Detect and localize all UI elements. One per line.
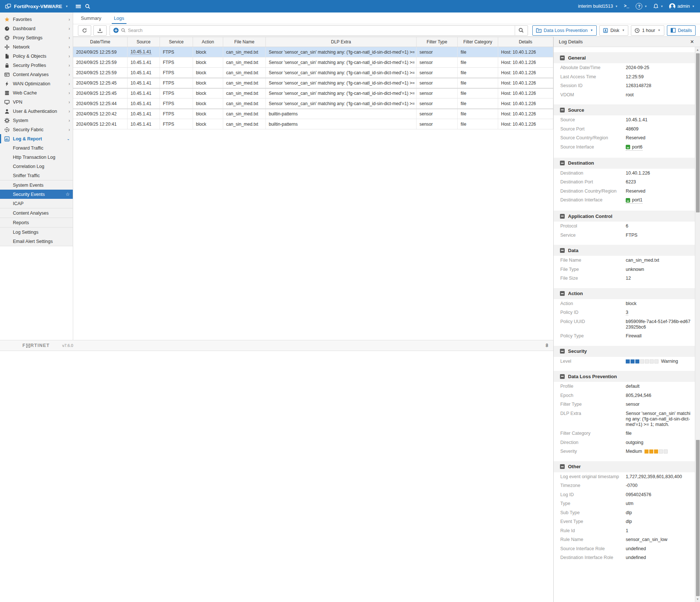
column-header-src[interactable]: Source	[128, 37, 160, 47]
search-input[interactable]: Search	[110, 28, 515, 33]
interface-link[interactable]: port1	[626, 197, 643, 204]
sidebar-item-user-authentication[interactable]: User & Authentication›	[0, 107, 73, 116]
help-menu[interactable]: ? ▾	[636, 3, 647, 10]
section-header-general[interactable]: General	[554, 52, 695, 63]
sidebar-item-security-events[interactable]: Security Events☆	[0, 190, 73, 199]
column-header-fc[interactable]: Filter Category	[458, 37, 498, 47]
section-header-destination[interactable]: Destination	[554, 158, 695, 169]
cell-ft: sensor	[417, 109, 458, 119]
sidebar-item-system-events[interactable]: System Events	[0, 180, 73, 190]
table-row[interactable]: 2024/09/25 12:25:4410.45.1.41FTPSblockca…	[73, 98, 553, 109]
table-row[interactable]: 2024/09/25 12:25:5910.45.1.41FTPSblockca…	[73, 68, 553, 78]
sidebar-item-proxy-settings[interactable]: Proxy Settings›	[0, 33, 73, 42]
sidebar-item-sniffer-traffic[interactable]: Sniffer Traffic	[0, 171, 73, 180]
sidebar-item-content-analyses[interactable]: Content Analyses›	[0, 70, 73, 79]
section-header-data-loss-prevention[interactable]: Data Loss Prevention	[554, 371, 695, 382]
sidebar-item-reports[interactable]: Reports	[0, 218, 73, 227]
log-type-dropdown[interactable]: Data Loss Prevention ▼	[532, 25, 597, 36]
detail-label: Protocol	[560, 223, 626, 229]
section-header-security[interactable]: Security	[554, 346, 695, 357]
detail-row: Filter Categoryfile	[554, 429, 695, 438]
table-row[interactable]: 2024/09/25 12:20:4210.45.1.41FTPSblockca…	[73, 109, 553, 119]
section-header-action[interactable]: Action	[554, 288, 695, 299]
scrollbar-thumb[interactable]	[696, 440, 700, 596]
global-search-icon[interactable]	[83, 1, 93, 11]
scroll-down-icon[interactable]: ▼	[695, 598, 700, 601]
sidebar-item-security-fabric[interactable]: Security Fabric›	[0, 125, 73, 134]
refresh-button[interactable]	[78, 25, 91, 36]
column-header-act[interactable]: Action	[193, 37, 223, 47]
detail-row: Epoch805,294,546	[554, 391, 695, 400]
sidebar-item-security-profiles[interactable]: Security Profiles›	[0, 61, 73, 70]
log-details-header: Log Details ✕	[553, 37, 700, 47]
detail-value: can_sin_med.txt	[626, 258, 690, 263]
detail-value: Reserved	[626, 135, 690, 141]
column-header-ft[interactable]: Filter Type	[417, 37, 458, 47]
search-submit-button[interactable]	[515, 26, 528, 35]
sidebar-item-forward-traffic[interactable]: Forward Traffic	[0, 143, 73, 153]
detail-label: Sub Type	[560, 510, 626, 516]
table-row[interactable]: 2024/09/25 12:25:4510.45.1.41FTPSblockca…	[73, 78, 553, 88]
sidebar-item-correlation-log[interactable]: Correlation Log	[0, 162, 73, 171]
sidebar-item-http-transaction-log[interactable]: Http Transaction Log	[0, 153, 73, 162]
close-icon[interactable]: ✕	[690, 39, 694, 44]
user-menu[interactable]: admin ▾	[669, 3, 694, 10]
detail-label: Source Port	[560, 126, 626, 132]
section-header-data[interactable]: Data	[554, 245, 695, 256]
table-row[interactable]: 2024/09/25 12:20:4110.45.1.41FTPSblockca…	[73, 119, 553, 129]
scroll-up-icon[interactable]: ▲	[695, 48, 700, 51]
detail-row: Source10.45.1.41	[554, 115, 695, 125]
sidebar-item-system[interactable]: System›	[0, 116, 73, 125]
tab-summary[interactable]: Summary	[81, 15, 101, 24]
section-header-application-control[interactable]: Application Control	[554, 211, 695, 222]
cell-fc: file	[458, 89, 498, 98]
sidebar-item-label: VPN	[13, 100, 69, 105]
app-title-group[interactable]: FortiProxy-VMWARE ▾	[0, 4, 68, 9]
chevron-right-icon: ›	[69, 81, 70, 86]
cell-dt: 2024/09/25 12:25:59	[73, 68, 128, 78]
sidebar-item-network[interactable]: Network›	[0, 42, 73, 51]
details-toggle-button[interactable]: Details	[667, 25, 696, 36]
sidebar-item-icap[interactable]: ICAP	[0, 199, 73, 208]
time-range-dropdown[interactable]: 1 hour ▼	[631, 25, 664, 36]
section-header-source[interactable]: Source	[554, 104, 695, 115]
cell-fn: can_sin_med.txt	[223, 119, 266, 129]
sidebar-item-policy-objects[interactable]: Policy & Objects›	[0, 51, 73, 61]
favorite-star-icon[interactable]: ☆	[65, 191, 70, 197]
sidebar-item-favorites[interactable]: Favorites›	[0, 15, 73, 24]
interface-link[interactable]: port6	[626, 144, 643, 151]
log-storage-dropdown[interactable]: Disk ▼	[599, 25, 628, 36]
log-table: Date/TimeSourceServiceActionFile NameDLP…	[73, 37, 553, 129]
column-header-dlp[interactable]: DLP Extra	[266, 37, 417, 47]
build-selector[interactable]: interim build1513 ▾	[578, 4, 617, 9]
section-header-other[interactable]: Other	[554, 461, 695, 472]
cell-dlp: Sensor 'sensor_can_sin' matching any: ('…	[266, 57, 417, 67]
sidebar-item-content-analyses[interactable]: Content Analyses	[0, 208, 73, 218]
sidebar-item-log-report[interactable]: Log & Report⌄	[0, 134, 73, 143]
detail-row: Destination Interface Roleundefined	[554, 553, 695, 562]
download-button[interactable]	[93, 25, 107, 36]
sidebar-item-wan-optimization[interactable]: WAN Optimization›	[0, 79, 73, 88]
menu-toggle-icon[interactable]	[74, 1, 83, 11]
sidebar-item-label: Security Profiles	[13, 63, 69, 68]
policy-link[interactable]: 3	[626, 310, 628, 315]
column-header-dt[interactable]: Date/Time	[73, 37, 128, 47]
panel-scrollbar[interactable]: ▲ ▼	[695, 47, 700, 602]
column-header-det[interactable]: Details	[498, 37, 553, 47]
sidebar-item-web-cache[interactable]: Web Cache›	[0, 88, 73, 97]
cell-det: Host: 10.40.1.226	[498, 47, 553, 57]
sidebar-item-dashboard[interactable]: Dashboard›	[0, 24, 73, 33]
cli-console-button[interactable]: >_	[624, 4, 629, 9]
column-header-svc[interactable]: Service	[160, 37, 193, 47]
sidebar-item-vpn[interactable]: VPN›	[0, 97, 73, 107]
sidebar-item-log-settings[interactable]: Log Settings	[0, 227, 73, 237]
table-row[interactable]: 2024/09/25 12:25:5910.45.1.41FTPSblockca…	[73, 47, 553, 57]
scrollbar-thumb[interactable]	[696, 53, 700, 212]
tab-logs[interactable]: Logs	[112, 15, 126, 24]
table-row[interactable]: 2024/09/25 12:25:4510.45.1.41FTPSblockca…	[73, 88, 553, 98]
notifications-menu[interactable]: ▾	[653, 4, 663, 9]
column-header-fn[interactable]: File Name	[223, 37, 266, 47]
sidebar-item-email-alert-settings[interactable]: Email Alert Settings	[0, 237, 73, 246]
detail-label: Service	[560, 233, 626, 238]
table-row[interactable]: 2024/09/25 12:25:5910.45.1.41FTPSblockca…	[73, 57, 553, 68]
